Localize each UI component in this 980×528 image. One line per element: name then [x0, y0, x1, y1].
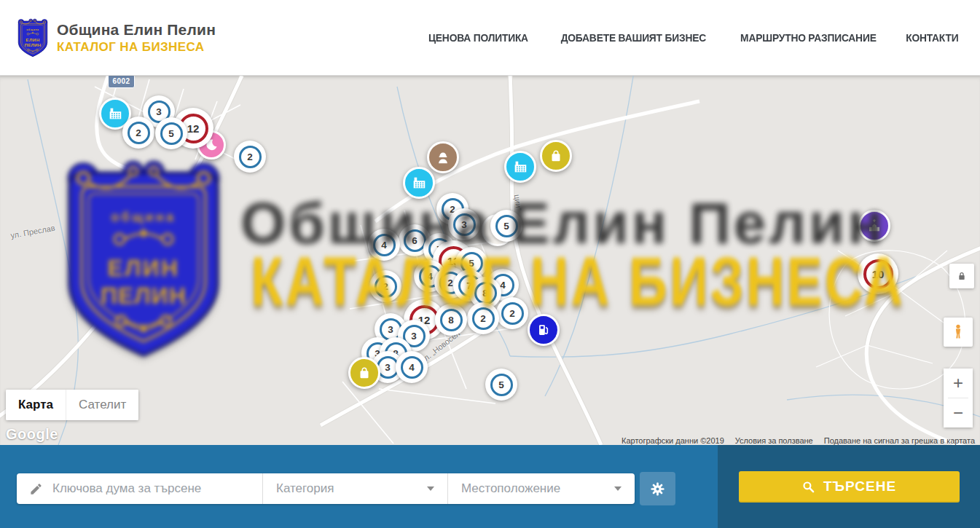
zoom-in-button[interactable]: +: [944, 369, 973, 398]
cluster-count: 5: [503, 221, 509, 232]
map-type-map-button[interactable]: Карта: [6, 390, 66, 420]
blue-cluster-ring: 2: [501, 302, 524, 325]
church-pin[interactable]: [858, 210, 890, 242]
map-markers-layer: 32125223564713542742822128333834510: [0, 76, 980, 445]
blue-cluster-ring: 5: [160, 122, 183, 145]
map-attribution: Картографски данни ©2019 Условия за полз…: [622, 436, 975, 445]
map-type-satellite-button[interactable]: Сателит: [66, 390, 138, 420]
worker-pin[interactable]: [427, 141, 459, 173]
cluster-marker[interactable]: 5: [485, 369, 517, 401]
cluster-count: 3: [156, 106, 162, 117]
location-dropdown[interactable]: Местоположение: [447, 473, 635, 504]
blue-cluster-ring: 5: [495, 215, 518, 237]
gear-icon: [649, 481, 666, 497]
blue-cluster-ring: 2: [128, 122, 150, 144]
nav-add-your-business[interactable]: ДОБАВЕТЕ ВАШИЯТ БИЗНЕС: [561, 31, 706, 44]
search-icon: [801, 480, 815, 494]
worker-icon: [435, 149, 451, 165]
blue-cluster-ring: 2: [239, 146, 262, 168]
search-action-panel: ТЪРСЕНЕ: [718, 445, 980, 528]
search-fields-panel: Категория Местоположение: [0, 445, 718, 528]
bag-icon: [356, 365, 372, 381]
site-title: Община Елин Пелин: [57, 21, 216, 39]
cluster-marker[interactable]: 2: [496, 297, 528, 329]
bag-pin[interactable]: [348, 357, 380, 389]
cluster-count: 2: [480, 313, 486, 324]
location-dropdown-label: Местоположение: [448, 481, 560, 496]
keyword-search-input[interactable]: [52, 481, 262, 496]
factory-icon: [512, 159, 528, 175]
category-dropdown[interactable]: Категория: [262, 473, 447, 504]
factory-icon: [107, 106, 123, 122]
search-fields-group: Категория Местоположение: [17, 473, 635, 504]
cluster-count: 4: [409, 362, 415, 373]
cluster-count: 2: [447, 277, 453, 288]
factory-pin[interactable]: [504, 151, 536, 183]
cluster-marker[interactable]: 8: [435, 304, 467, 336]
cluster-count: 4: [427, 271, 433, 282]
map-canvas[interactable]: 6002 ул. Преслав бул. „Новосел ции“ 3212…: [0, 76, 980, 445]
cluster-marker[interactable]: 4: [368, 229, 400, 261]
terms-link[interactable]: Условия за ползване: [735, 436, 813, 445]
cluster-count: 12: [187, 122, 200, 135]
report-error-link[interactable]: Подаване на сигнал за грешка в картата: [824, 436, 975, 445]
nav-contacts[interactable]: КОНТАКТИ: [906, 31, 959, 44]
blue-cluster-ring: 2: [472, 307, 495, 330]
cluster-count: 2: [509, 308, 515, 319]
header: Община Елин Пелин КАТАЛОГ НА БИЗНЕСА ЦЕН…: [0, 0, 980, 76]
cluster-marker[interactable]: 2: [369, 270, 401, 302]
cluster-marker[interactable]: 4: [396, 351, 428, 383]
site-logo[interactable]: Община Елин Пелин КАТАЛОГ НА БИЗНЕСА: [16, 17, 216, 58]
zoom-control: + −: [944, 369, 973, 427]
blue-cluster-ring: 4: [401, 356, 423, 379]
blue-cluster-ring: 6: [404, 229, 426, 252]
cluster-marker[interactable]: 2: [234, 141, 266, 173]
cluster-count: 2: [136, 127, 141, 138]
blue-cluster-ring: 3: [453, 213, 476, 236]
cluster-count: 5: [469, 258, 474, 269]
cluster-marker[interactable]: 2: [122, 117, 154, 149]
municipality-emblem-icon: [16, 17, 50, 58]
cluster-marker[interactable]: 5: [490, 210, 522, 242]
map-copyright: Картографски данни ©2019: [622, 436, 724, 445]
cluster-count: 3: [461, 219, 467, 230]
search-button-label: ТЪРСЕНЕ: [823, 478, 896, 494]
red-cluster-ring: 10: [863, 259, 893, 289]
gas-pin[interactable]: [528, 314, 560, 346]
nav-route-schedule[interactable]: МАРШРУТНО РАЗПИСАНИЕ: [740, 31, 877, 44]
chevron-down-icon: [614, 486, 622, 491]
factory-icon: [411, 175, 427, 191]
advanced-settings-button[interactable]: [640, 472, 675, 505]
bag-pin[interactable]: [540, 140, 572, 172]
site-subtitle: КАТАЛОГ НА БИЗНЕСА: [57, 40, 216, 55]
google-logo[interactable]: Google: [6, 426, 58, 443]
blue-cluster-ring: 2: [375, 275, 397, 298]
cluster-marker[interactable]: 10: [858, 253, 898, 294]
map-type-control: Карта Сателит: [6, 390, 138, 420]
cluster-count: 2: [247, 151, 253, 162]
cluster-count: 3: [388, 324, 393, 335]
map-lock-button[interactable]: [949, 264, 974, 288]
cluster-count: 3: [385, 362, 391, 373]
cluster-marker[interactable]: 2: [467, 302, 499, 334]
cluster-count: 5: [498, 379, 504, 390]
chevron-down-icon: [427, 486, 434, 491]
search-bar: Категория Местоположение: [0, 445, 980, 528]
pencil-icon: [29, 482, 43, 496]
bag-icon: [548, 148, 564, 164]
cluster-count: 8: [482, 288, 488, 299]
blue-cluster-ring: 8: [474, 282, 497, 304]
street-view-pegman-button[interactable]: [944, 318, 973, 347]
blue-cluster-ring: 8: [440, 309, 463, 331]
lock-icon: [956, 270, 968, 282]
cluster-count: 8: [448, 315, 454, 326]
search-button[interactable]: ТЪРСЕНЕ: [739, 471, 960, 503]
main-nav: ЦЕНОВА ПОЛИТИКА ДОБАВЕТЕ ВАШИЯТ БИЗНЕС М…: [424, 31, 961, 44]
factory-pin[interactable]: [403, 167, 435, 199]
cluster-marker[interactable]: 5: [155, 117, 187, 149]
keyword-cell: [17, 473, 262, 504]
nav-pricing-policy[interactable]: ЦЕНОВА ПОЛИТИКА: [428, 31, 528, 44]
cluster-marker[interactable]: 3: [448, 208, 480, 240]
gas-icon: [536, 322, 552, 338]
zoom-out-button[interactable]: −: [944, 398, 973, 427]
